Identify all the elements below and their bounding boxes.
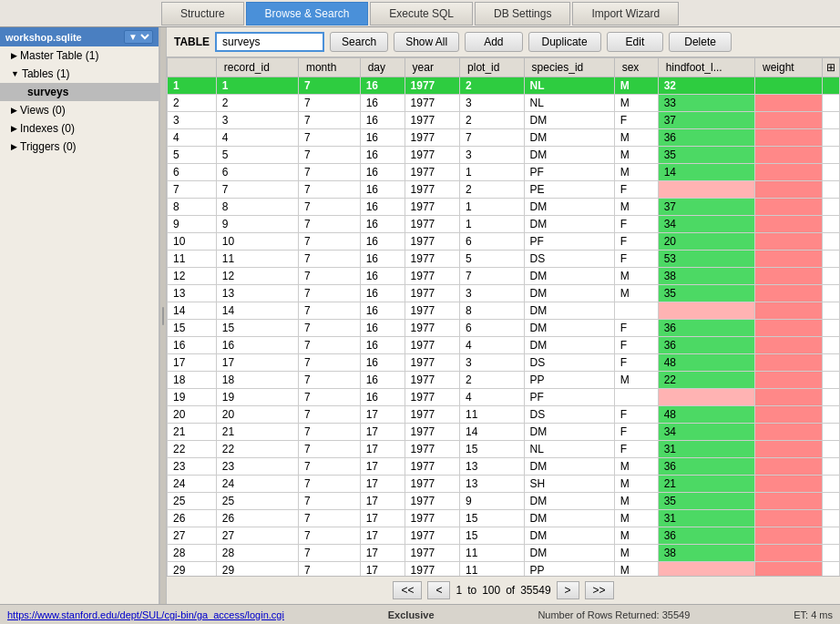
cell-plot_id[interactable]: 3 <box>460 147 524 164</box>
cell-weight[interactable] <box>754 164 822 181</box>
cell-hindfoot[interactable]: 22 <box>658 372 754 389</box>
cell-sex[interactable]: M <box>614 268 658 285</box>
cell-plot_id[interactable]: 11 <box>460 545 524 562</box>
cell-weight[interactable] <box>754 181 822 199</box>
cell-day[interactable]: 17 <box>360 424 405 441</box>
cell-weight[interactable] <box>754 476 822 493</box>
table-row[interactable]: 2424717197713SHM21 <box>168 476 840 493</box>
cell-rowid[interactable]: 8 <box>168 199 217 216</box>
cell-year[interactable]: 1977 <box>405 510 460 527</box>
cell-plot_id[interactable]: 5 <box>460 251 524 268</box>
cell-plot_id[interactable]: 8 <box>460 302 524 320</box>
cell-hindfoot[interactable]: 48 <box>658 406 754 424</box>
cell-rowid[interactable]: 12 <box>168 268 217 285</box>
cell-plot_id[interactable]: 13 <box>460 458 524 476</box>
cell-sex[interactable]: F <box>614 251 658 268</box>
cell-month[interactable]: 7 <box>298 95 360 112</box>
cell-hindfoot[interactable]: 38 <box>658 268 754 285</box>
cell-sex[interactable]: M <box>614 510 658 527</box>
cell-record_id[interactable]: 21 <box>216 424 298 441</box>
cell-rowid[interactable]: 23 <box>168 458 217 476</box>
table-row[interactable]: 131371619773DMM35 <box>168 285 840 302</box>
prev-page-button[interactable]: < <box>427 581 450 599</box>
cell-day[interactable]: 16 <box>360 95 405 112</box>
cell-species_id[interactable]: NL <box>524 95 614 112</box>
cell-day[interactable]: 16 <box>360 389 405 406</box>
cell-species_id[interactable]: DM <box>524 268 614 285</box>
cell-year[interactable]: 1977 <box>405 147 460 164</box>
cell-month[interactable]: 7 <box>298 181 360 199</box>
cell-month[interactable]: 7 <box>298 458 360 476</box>
cell-weight[interactable] <box>754 424 822 441</box>
cell-year[interactable]: 1977 <box>405 77 460 95</box>
col-header-hindfoot[interactable]: hindfoot_l... <box>658 58 754 77</box>
cell-sex[interactable]: M <box>614 95 658 112</box>
cell-month[interactable]: 7 <box>298 233 360 251</box>
sidebar-item-tables[interactable]: ▼ Tables (1) <box>0 65 159 83</box>
cell-year[interactable]: 1977 <box>405 406 460 424</box>
sidebar-item-views[interactable]: ▶ Views (0) <box>0 101 159 119</box>
cell-hindfoot[interactable]: 31 <box>658 441 754 458</box>
cell-hindfoot[interactable]: 31 <box>658 510 754 527</box>
table-row[interactable]: 2626717197715DMM31 <box>168 510 840 527</box>
cell-weight[interactable] <box>754 147 822 164</box>
nav-tab-browse[interactable]: Browse & Search <box>246 2 369 26</box>
cell-species_id[interactable]: DM <box>524 216 614 233</box>
table-row[interactable]: 8871619771DMM37 <box>168 199 840 216</box>
cell-sex[interactable]: F <box>614 216 658 233</box>
cell-sex[interactable]: F <box>614 354 658 372</box>
cell-record_id[interactable]: 10 <box>216 233 298 251</box>
table-row[interactable]: 9971619771DMF34 <box>168 216 840 233</box>
cell-sex[interactable]: F <box>614 320 658 337</box>
cell-sex[interactable]: M <box>614 545 658 562</box>
nav-tab-structure[interactable]: Structure <box>161 2 244 26</box>
cell-plot_id[interactable]: 14 <box>460 424 524 441</box>
cell-sex[interactable]: M <box>614 372 658 389</box>
cell-weight[interactable] <box>754 251 822 268</box>
cell-day[interactable]: 17 <box>360 493 405 510</box>
cell-hindfoot[interactable]: 35 <box>658 147 754 164</box>
cell-plot_id[interactable]: 4 <box>460 337 524 354</box>
cell-year[interactable]: 1977 <box>405 285 460 302</box>
cell-plot_id[interactable]: 1 <box>460 216 524 233</box>
cell-weight[interactable] <box>754 527 822 545</box>
cell-year[interactable]: 1977 <box>405 476 460 493</box>
first-page-button[interactable]: << <box>393 581 422 599</box>
cell-year[interactable]: 1977 <box>405 372 460 389</box>
cell-day[interactable]: 16 <box>360 372 405 389</box>
cell-weight[interactable] <box>754 320 822 337</box>
cell-rowid[interactable]: 2 <box>168 95 217 112</box>
cell-day[interactable]: 17 <box>360 406 405 424</box>
cell-weight[interactable] <box>754 493 822 510</box>
cell-year[interactable]: 1977 <box>405 302 460 320</box>
cell-day[interactable]: 16 <box>360 216 405 233</box>
cell-rowid[interactable]: 5 <box>168 147 217 164</box>
cell-weight[interactable] <box>754 129 822 147</box>
table-row[interactable]: 171771619773DSF48 <box>168 354 840 372</box>
sidebar-item-indexes[interactable]: ▶ Indexes (0) <box>0 119 159 138</box>
cell-sex[interactable]: M <box>614 458 658 476</box>
cell-hindfoot[interactable]: 32 <box>658 77 754 95</box>
cell-hindfoot[interactable] <box>658 302 754 320</box>
cell-plot_id[interactable]: 2 <box>460 181 524 199</box>
cell-record_id[interactable]: 15 <box>216 320 298 337</box>
cell-day[interactable]: 16 <box>360 199 405 216</box>
cell-record_id[interactable]: 23 <box>216 458 298 476</box>
cell-day[interactable]: 16 <box>360 268 405 285</box>
table-row[interactable]: 151571619776DMF36 <box>168 320 840 337</box>
cell-weight[interactable] <box>754 510 822 527</box>
cell-hindfoot[interactable] <box>658 562 754 577</box>
nav-tab-execute[interactable]: Execute SQL <box>370 2 473 26</box>
cell-hindfoot[interactable]: 34 <box>658 424 754 441</box>
cell-sex[interactable]: M <box>614 164 658 181</box>
table-row[interactable]: 2828717197711DMM38 <box>168 545 840 562</box>
cell-rowid[interactable]: 6 <box>168 164 217 181</box>
table-row[interactable]: 2727717197715DMM36 <box>168 527 840 545</box>
cell-record_id[interactable]: 8 <box>216 199 298 216</box>
cell-hindfoot[interactable]: 14 <box>658 164 754 181</box>
cell-species_id[interactable]: DM <box>524 302 614 320</box>
cell-rowid[interactable]: 4 <box>168 129 217 147</box>
cell-year[interactable]: 1977 <box>405 389 460 406</box>
cell-rowid[interactable]: 3 <box>168 112 217 129</box>
cell-year[interactable]: 1977 <box>405 112 460 129</box>
